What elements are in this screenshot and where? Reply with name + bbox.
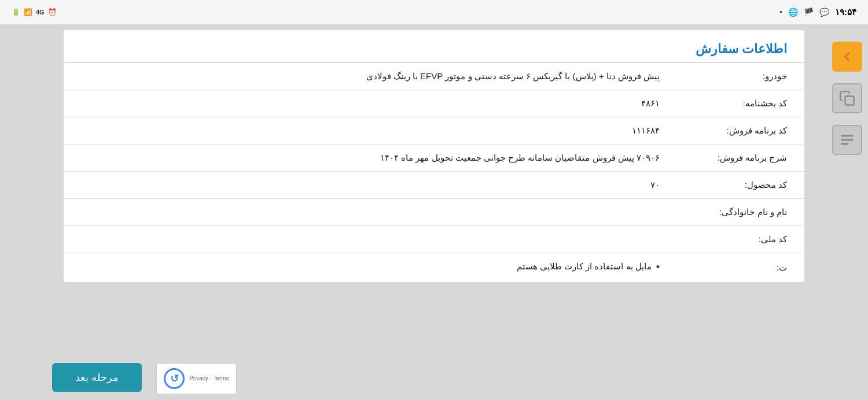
value-name [64,199,677,226]
menu-button[interactable] [832,125,862,155]
translate-icon: 🌐 [788,8,798,17]
table-row: کد بخشنامه: ۴۸۶۱ [64,90,804,117]
bullet-item: • مایل به استفاده از کارت طلایی هستم [81,261,660,274]
time-display: ۱۹:۵۴ [835,7,856,17]
label-code: کد بخشنامه: [677,90,804,117]
label-name: نام و نام خانوادگی: [677,199,804,226]
status-right: · 🌐 🏴 💬 ۱۹:۵۴ [779,6,856,18]
copy-button[interactable] [832,83,862,113]
recaptcha-icon: ↺ [164,368,185,389]
status-icons: 🔋 📶 4G ⏰ [12,8,57,16]
flag-icon: 🏴 [804,8,814,17]
privacy-link[interactable]: Privacy [189,375,208,382]
table-row: خودرو: پیش فروش دنا + (پلاس) با گیربکس ۶… [64,63,804,90]
card-header: اطلاعات سفارش [64,30,804,62]
value-product-code: ۷۰ [64,172,677,199]
clock-icon: ⏰ [48,8,57,16]
status-bar: 🔋 📶 4G ⏰ · 🌐 🏴 💬 ۱۹:۵۴ [0,0,868,24]
value-program-desc: ۷۰۹۰۶ پیش فروش متقاضیان سامانه طرح جوانی… [64,145,677,172]
label-car: خودرو: [677,63,804,90]
table-row: کد برنامه فروش: ۱۱۱۶۸۴ [64,117,804,145]
svg-rect-0 [845,97,854,105]
recaptcha-badge: ↺ Privacy - Terms [156,363,237,394]
back-button[interactable] [832,42,862,72]
label-program-desc: شرح برنامه فروش: [677,145,804,172]
table-row: ت: • مایل به استفاده از کارت طلایی هستم [64,253,804,282]
table-row: شرح برنامه فروش: ۷۰۹۰۶ پیش فروش متقاضیان… [64,145,804,172]
separator: - [208,375,214,382]
label-preference: ت: [677,253,804,282]
value-national-id [64,226,677,253]
label-program-code: کد برنامه فروش: [677,117,804,145]
label-national-id: کد ملی: [677,226,804,253]
next-button[interactable]: مرحله بعد [52,363,142,392]
dot-icon: · [779,6,782,18]
value-code: ۴۸۶۱ [64,90,677,117]
main-content: اطلاعات سفارش خودرو: پیش فروش دنا + (پلا… [0,24,868,400]
bullet-dot: • [656,261,660,274]
value-preference: • مایل به استفاده از کارت طلایی هستم [64,253,677,282]
privacy-terms-text: Privacy - Terms [189,375,229,383]
value-program-code: ۱۱۱۶۸۴ [64,117,677,145]
table-row: کد ملی: [64,226,804,253]
battery-icon: 🔋 [12,8,20,16]
side-buttons [832,42,862,155]
chat-icon: 💬 [819,8,829,17]
label-product-code: کد محصول: [677,172,804,199]
info-table: خودرو: پیش فروش دنا + (پلاس) با گیربکس ۶… [64,63,804,282]
preference-text: مایل به استفاده از کارت طلایی هستم [517,261,652,272]
signal-icon: 📶 [24,8,32,16]
table-row: نام و نام خانوادگی: [64,199,804,226]
value-car: پیش فروش دنا + (پلاس) با گیربکس ۶ سرعته … [64,63,677,90]
terms-link[interactable]: Terms [214,375,229,382]
order-info-card: اطلاعات سفارش خودرو: پیش فروش دنا + (پلا… [64,30,804,282]
screen: 🔋 📶 4G ⏰ · 🌐 🏴 💬 ۱۹:۵۴ [0,0,868,400]
4g-icon: 4G [36,9,45,16]
table-row: کد محصول: ۷۰ [64,172,804,199]
card-title: اطلاعات سفارش [696,42,787,56]
